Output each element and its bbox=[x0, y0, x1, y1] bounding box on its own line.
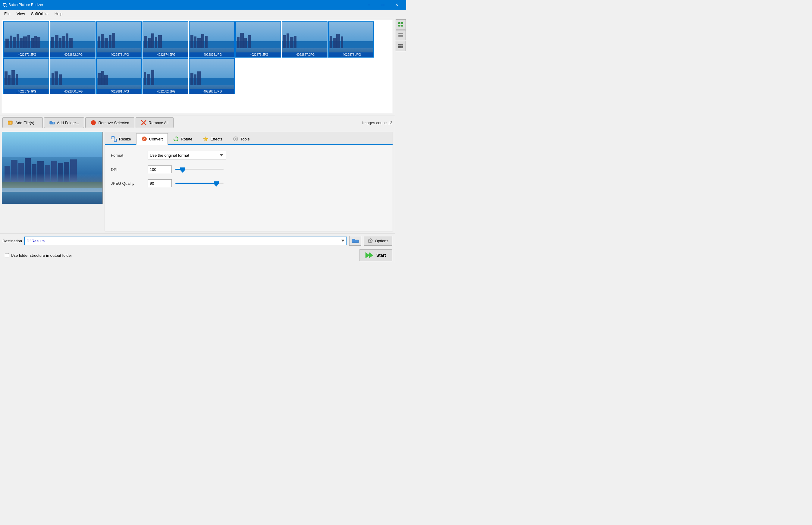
images-count: Images count: 13 bbox=[362, 121, 392, 125]
jpeg-quality-label: JPEG Quality bbox=[111, 181, 144, 186]
add-files-label: Add File(s)... bbox=[15, 121, 38, 125]
right-sidebar bbox=[395, 18, 406, 262]
dpi-row: DPI 100 bbox=[111, 165, 386, 173]
svg-rect-44 bbox=[398, 36, 403, 37]
start-button[interactable]: Start bbox=[359, 249, 392, 261]
jpeg-quality-input[interactable]: 90 bbox=[148, 179, 172, 187]
add-files-icon: + bbox=[7, 120, 14, 126]
title-bar-controls: – □ ✕ bbox=[362, 0, 404, 10]
svg-text:–: – bbox=[92, 121, 95, 125]
thumb-scene-6 bbox=[236, 22, 280, 57]
tab-convert[interactable]: C Convert bbox=[136, 133, 168, 145]
dpi-slider[interactable] bbox=[175, 169, 224, 170]
maximize-button[interactable]: □ bbox=[376, 0, 390, 10]
remove-all-button[interactable]: Remove All bbox=[136, 117, 173, 128]
menu-view[interactable]: View bbox=[14, 10, 28, 17]
dpi-slider-container bbox=[175, 169, 224, 170]
menu-file[interactable]: File bbox=[1, 10, 14, 17]
destination-folder-button[interactable] bbox=[349, 236, 361, 245]
tab-convert-label: Convert bbox=[149, 137, 163, 141]
options-gear-icon bbox=[368, 238, 373, 243]
menu-help[interactable]: Help bbox=[51, 10, 66, 17]
jpeg-quality-slider[interactable] bbox=[175, 183, 224, 184]
content-area: _4022871.JPG bbox=[0, 18, 395, 262]
rotate-tab-icon bbox=[173, 136, 179, 142]
folder-browse-icon bbox=[352, 238, 359, 244]
thumbnail-3[interactable]: _4022873.JPG bbox=[96, 21, 142, 58]
thumb-label-8: _4022878.JPG bbox=[329, 52, 373, 57]
format-row: Format Use the original format JPEG PNG … bbox=[111, 151, 386, 160]
thumb-label-1: _4022871.JPG bbox=[4, 52, 48, 57]
svg-rect-40 bbox=[398, 25, 400, 27]
remove-selected-button[interactable]: – Remove Selected bbox=[85, 117, 134, 128]
thumbnail-6[interactable]: _4022876.JPG bbox=[235, 21, 281, 58]
title-bar: 🖼 Batch Picture Resizer – □ ✕ bbox=[0, 0, 406, 10]
sidebar-list-view-button[interactable] bbox=[396, 30, 406, 40]
options-button[interactable]: Options bbox=[364, 236, 392, 245]
thumb-label-3: _4022873.JPG bbox=[97, 52, 141, 57]
dpi-label: DPI bbox=[111, 167, 144, 172]
minimize-button[interactable]: – bbox=[362, 0, 376, 10]
toolbar: + Add File(s)... + Add Folder... – Remov… bbox=[0, 115, 395, 130]
thumbnail-7[interactable]: _4022877.JPG bbox=[282, 21, 327, 58]
image-grid: _4022871.JPG bbox=[2, 20, 393, 95]
format-select[interactable]: Use the original format JPEG PNG BMP TIF… bbox=[148, 151, 226, 160]
tab-resize[interactable]: Resize bbox=[106, 133, 136, 144]
thumb-scene-5 bbox=[189, 22, 234, 57]
folder-structure-checkbox[interactable] bbox=[5, 253, 9, 257]
tab-rotate[interactable]: Rotate bbox=[168, 133, 197, 144]
thumb-scene-4 bbox=[143, 22, 188, 57]
tab-effects[interactable]: Effects bbox=[198, 133, 228, 144]
app-title: Batch Picture Resizer bbox=[9, 3, 43, 7]
add-folder-icon: + bbox=[49, 120, 55, 126]
close-button[interactable]: ✕ bbox=[390, 0, 404, 10]
remove-all-label: Remove All bbox=[149, 121, 168, 125]
thumbnail-8[interactable]: _4022878.JPG bbox=[328, 21, 374, 58]
thumb-label-13: _4022883.JPG bbox=[189, 89, 234, 94]
thumbnail-5[interactable]: _4022875.JPG bbox=[189, 21, 235, 58]
svg-marker-22 bbox=[341, 240, 344, 242]
thumb-label-4: _4022874.JPG bbox=[143, 52, 188, 57]
add-folder-label: Add Folder... bbox=[57, 121, 79, 125]
sidebar-grid-view-button[interactable] bbox=[396, 41, 406, 51]
add-folder-button[interactable]: + Add Folder... bbox=[44, 117, 85, 128]
destination-dropdown-button[interactable] bbox=[339, 237, 347, 245]
menu-softorbits[interactable]: SoftOrbits bbox=[28, 10, 51, 17]
tab-tools[interactable]: Tools bbox=[228, 133, 255, 144]
sidebar-thumbnail-view-button[interactable] bbox=[396, 19, 406, 30]
thumb-label-2: _4022872.JPG bbox=[50, 52, 95, 57]
thumb-scene-8 bbox=[329, 22, 373, 57]
jpeg-quality-slider-container bbox=[175, 183, 224, 184]
thumbnail-4[interactable]: _4022874.JPG bbox=[142, 21, 188, 58]
thumbnail-12[interactable]: _4022882.JPG bbox=[142, 58, 188, 94]
jpeg-quality-row: JPEG Quality 90 bbox=[111, 179, 386, 187]
thumbnail-11[interactable]: _4022881.JPG bbox=[96, 58, 142, 94]
thumb-label-6: _4022876.JPG bbox=[236, 52, 280, 57]
thumbnail-13[interactable]: _4022883.JPG bbox=[189, 58, 235, 94]
bottom-row: Use folder structure in output folder St… bbox=[0, 248, 395, 262]
format-label: Format bbox=[111, 153, 144, 158]
svg-rect-48 bbox=[398, 45, 400, 47]
add-files-button[interactable]: + Add File(s)... bbox=[2, 117, 43, 128]
image-grid-container[interactable]: _4022871.JPG bbox=[2, 20, 393, 113]
dpi-input[interactable]: 100 bbox=[148, 165, 172, 173]
thumb-scene-11 bbox=[97, 59, 141, 94]
thumbnail-1[interactable]: _4022871.JPG bbox=[3, 21, 49, 58]
svg-rect-45 bbox=[398, 44, 400, 45]
convert-tab-icon: C bbox=[141, 136, 147, 142]
svg-point-17 bbox=[235, 138, 236, 140]
destination-input[interactable] bbox=[25, 237, 339, 245]
svg-rect-8 bbox=[112, 136, 114, 139]
bottom-panel: Resize C Convert Rota bbox=[0, 130, 395, 233]
thumbnail-2[interactable]: _4022872.JPG bbox=[50, 21, 95, 58]
thumbnail-view-icon bbox=[398, 22, 403, 27]
convert-tab-content: Format Use the original format JPEG PNG … bbox=[105, 145, 393, 199]
thumbnail-9[interactable]: _4022879.JPG bbox=[3, 58, 49, 94]
thumbnail-10[interactable]: _4022880.JPG bbox=[50, 58, 95, 94]
preview-panel bbox=[2, 132, 103, 231]
svg-rect-9 bbox=[114, 139, 117, 141]
title-bar-left: 🖼 Batch Picture Resizer bbox=[2, 2, 43, 7]
tabs-container: Resize C Convert Rota bbox=[105, 132, 393, 145]
thumb-label-12: _4022882.JPG bbox=[143, 89, 188, 94]
menu-bar: File View SoftOrbits Help bbox=[0, 10, 406, 18]
